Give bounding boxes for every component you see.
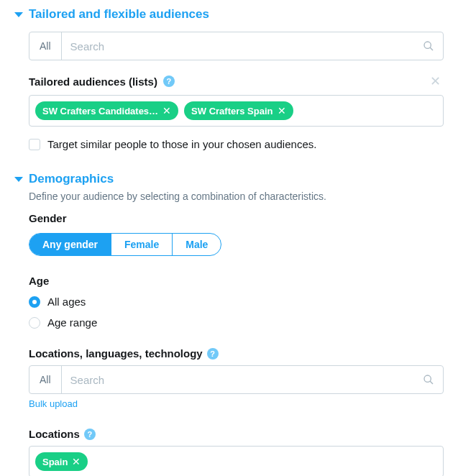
locations-chip-box: Spain ✕ <box>29 446 444 476</box>
tailored-lists-label: Tailored audiences (lists) <box>29 75 157 88</box>
search-icon <box>414 366 443 393</box>
age-label: Age <box>29 275 444 287</box>
llt-search-input[interactable] <box>62 366 414 393</box>
demographics-desc: Define your audience by selecting a comb… <box>29 191 444 202</box>
locations-label: Locations ? <box>29 428 444 440</box>
chip-label: Spain <box>42 457 68 467</box>
chip-label: SW Crafters Spain <box>191 106 272 116</box>
svg-point-2 <box>424 375 431 382</box>
llt-search-wrap: All <box>29 365 444 394</box>
section-tailored-header[interactable]: Tailored and flexible audiences <box>14 7 444 22</box>
caret-down-icon <box>14 12 23 17</box>
llt-search-scope[interactable]: All <box>29 366 62 393</box>
gender-male[interactable]: Male <box>173 234 221 255</box>
svg-line-1 <box>430 47 433 50</box>
llt-label: Locations, languages, technology ? <box>29 347 444 360</box>
bulk-upload-link[interactable]: Bulk upload <box>29 398 78 409</box>
age-all-label: All ages <box>47 296 86 308</box>
chip-remove-icon[interactable]: ✕ <box>72 456 81 467</box>
svg-point-0 <box>424 42 431 48</box>
age-range-label: Age range <box>47 316 97 329</box>
gender-pill-group: Any gender Female Male <box>29 233 221 256</box>
gender-female[interactable]: Female <box>111 234 173 255</box>
audience-search-wrap: All <box>29 32 444 60</box>
help-icon[interactable]: ? <box>207 348 219 360</box>
chip-remove-icon[interactable]: ✕ <box>162 105 171 116</box>
target-similar-checkbox[interactable] <box>29 139 40 150</box>
section-tailored-title: Tailored and flexible audiences <box>29 7 209 22</box>
age-range-radio[interactable] <box>29 317 40 329</box>
section-demographics-title: Demographics <box>29 172 114 186</box>
audience-chip[interactable]: SW Crafters Candidates… ✕ <box>35 101 178 120</box>
audience-chip[interactable]: SW Crafters Spain ✕ <box>184 101 293 120</box>
search-icon <box>414 32 443 60</box>
help-icon[interactable]: ? <box>163 75 175 87</box>
chip-label: SW Crafters Candidates… <box>42 106 158 116</box>
svg-line-3 <box>430 381 433 384</box>
audience-search-input[interactable] <box>62 32 414 60</box>
tailored-chip-box: SW Crafters Candidates… ✕ SW Crafters Sp… <box>29 95 444 127</box>
chip-remove-icon[interactable]: ✕ <box>278 105 286 116</box>
target-similar-label: Target similar people to those in your c… <box>47 138 316 150</box>
gender-any[interactable]: Any gender <box>29 234 111 255</box>
age-all-radio[interactable] <box>29 296 40 308</box>
location-chip[interactable]: Spain ✕ <box>35 452 88 471</box>
help-icon[interactable]: ? <box>84 429 96 440</box>
close-icon[interactable]: ✕ <box>427 73 444 89</box>
audience-search-scope[interactable]: All <box>29 32 62 60</box>
section-demographics-header[interactable]: Demographics <box>14 172 444 186</box>
caret-down-icon <box>14 177 23 182</box>
gender-label: Gender <box>29 212 444 224</box>
